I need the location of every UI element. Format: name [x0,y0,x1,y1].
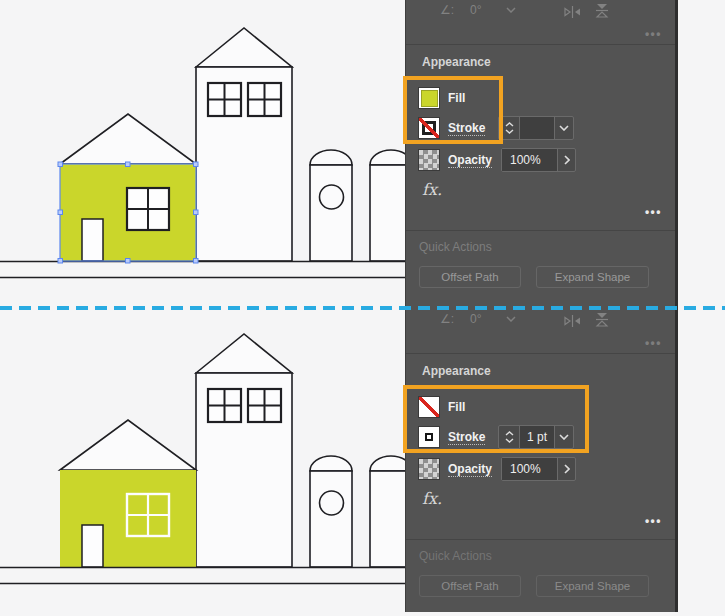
rotate-angle-value[interactable]: 0° [470,3,481,17]
opacity-value[interactable]: 100% [502,458,557,480]
silo2-dome[interactable] [370,150,405,165]
flip-horizontal-icon[interactable] [564,315,581,327]
transform-row: ∠: 0° [406,2,675,22]
house-door[interactable] [82,525,103,567]
stroke-color-swatch-black[interactable] [419,427,439,447]
stroke-weight-control [498,116,574,140]
opacity-checker-icon[interactable] [419,459,439,479]
quick-actions-title: Quick Actions [419,549,492,563]
opacity-label-link[interactable]: Opacity [448,153,492,168]
fill-label: Fill [448,400,465,414]
building-window-right[interactable] [248,389,281,422]
chevron-down-icon[interactable] [506,316,516,322]
appearance-section-title: Appearance [422,55,491,69]
stroke-row: Stroke 1 pt [406,427,675,449]
rotate-angle-icon: ∠: [440,312,454,326]
building-roof[interactable] [196,28,292,67]
chevron-down-icon [505,129,514,134]
stroke-weight-value[interactable]: 1 pt [520,426,554,448]
house-window[interactable] [127,188,169,230]
properties-panel-before: ∠: 0° ••• Appearance Fill Stroke [406,0,675,309]
section-divider [406,353,675,354]
more-options-icon[interactable]: ••• [645,205,662,219]
chevron-down-icon [505,438,514,443]
building-window-right[interactable] [248,83,281,116]
silo-dome[interactable] [310,456,352,471]
fill-label: Fill [448,91,465,105]
artboard-after [0,306,405,616]
rotate-angle-icon: ∠: [440,3,454,17]
silo2-dome[interactable] [370,456,405,471]
offset-path-button[interactable]: Offset Path [419,575,521,597]
chevron-down-icon[interactable] [506,7,516,13]
artboard-before [0,0,405,306]
chevron-down-icon [559,434,569,440]
opacity-expand-button[interactable] [557,149,575,171]
opacity-control: 100% [501,148,576,172]
more-options-icon[interactable]: ••• [645,514,662,528]
more-options-icon[interactable]: ••• [645,336,662,350]
chevron-right-icon [564,464,570,474]
offset-path-button[interactable]: Offset Path [419,266,521,288]
appearance-section-title: Appearance [422,364,491,378]
section-divider [406,539,675,540]
house-roof[interactable] [60,114,196,164]
opacity-expand-button[interactable] [557,458,575,480]
fill-color-swatch-yellow[interactable] [419,88,439,108]
house-door[interactable] [82,219,103,261]
properties-panel-after: ∠: 0° ••• Appearance Fill Stroke [406,309,675,612]
silo-dome[interactable] [310,150,352,165]
chevron-down-icon [559,125,569,131]
fill-row: Fill [406,88,675,110]
silo2-body[interactable] [370,165,405,261]
house-roof[interactable] [60,420,196,470]
building-roof[interactable] [196,334,292,373]
silo-body[interactable] [310,165,352,261]
silo-body[interactable] [310,471,352,567]
opacity-checker-icon[interactable] [419,150,439,170]
expand-shape-button[interactable]: Expand Shape [536,266,649,288]
stroke-weight-value[interactable] [520,117,554,139]
opacity-row: Opacity 100% [406,459,675,481]
chevron-right-icon [564,155,570,165]
stroke-weight-control: 1 pt [498,425,574,449]
fx-effects-button[interactable]: fx. [422,180,442,199]
stroke-label-link[interactable]: Stroke [448,430,485,445]
stroke-row: Stroke [406,118,675,140]
stroke-color-swatch-none[interactable] [419,118,439,138]
fill-color-swatch-none[interactable] [419,397,439,417]
silo-porthole[interactable] [320,491,344,515]
flip-vertical-icon[interactable] [595,3,609,18]
section-divider [406,230,675,231]
stroke-label-link[interactable]: Stroke [448,121,485,136]
expand-shape-button[interactable]: Expand Shape [536,575,649,597]
stroke-weight-dropdown[interactable] [554,117,573,139]
illustrator-properties-tutorial: ∠: 0° ••• Appearance Fill Stroke [0,0,725,616]
building-window-left[interactable] [208,389,241,422]
quick-actions-title: Quick Actions [419,240,492,254]
opacity-label-link[interactable]: Opacity [448,462,492,477]
silo-porthole[interactable] [320,185,344,209]
chevron-up-icon [505,122,514,127]
stroke-weight-stepper[interactable] [499,117,520,139]
stroke-weight-dropdown[interactable] [554,426,573,448]
chevron-up-icon [505,431,514,436]
fill-row: Fill [406,397,675,419]
flip-vertical-icon[interactable] [595,312,609,327]
opacity-value[interactable]: 100% [502,149,557,171]
more-options-icon[interactable]: ••• [645,27,662,41]
fx-effects-button[interactable]: fx. [422,489,442,508]
transform-row: ∠: 0° [406,311,675,331]
silo2-body[interactable] [370,471,405,567]
stroke-weight-stepper[interactable] [499,426,520,448]
dashed-guide-line [0,306,725,310]
section-divider [406,44,675,45]
rotate-angle-value[interactable]: 0° [470,312,481,326]
opacity-control: 100% [501,457,576,481]
flip-horizontal-icon[interactable] [564,6,581,18]
building-window-left[interactable] [208,83,241,116]
opacity-row: Opacity 100% [406,150,675,172]
